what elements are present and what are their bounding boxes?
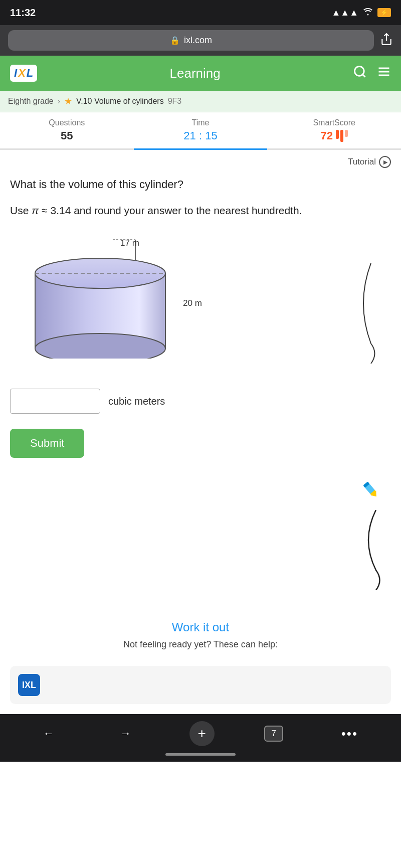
status-icons: ▲▲▲ ⚡	[332, 8, 391, 18]
stats-bar: Questions 55 Time 21 : 15 SmartScore 72	[0, 112, 401, 150]
cylinder-illustration: 17 m	[10, 233, 391, 374]
logo-x: X	[18, 67, 26, 80]
question-content: What is the volume of this cylinder? Use…	[0, 172, 401, 478]
help-card[interactable]: IXL	[10, 666, 391, 704]
more-button[interactable]: •••	[333, 722, 366, 746]
answer-row: cubic meters	[10, 389, 391, 414]
questions-stat: Questions 55	[0, 112, 134, 148]
tutorial-play-icon: ▶	[379, 156, 391, 168]
instruction-text: Use π ≈ 3.14 and round your answer to th…	[10, 203, 391, 219]
breadcrumb-separator: ›	[58, 97, 60, 106]
home-indicator	[165, 753, 236, 756]
answer-input[interactable]	[10, 389, 100, 414]
second-curve	[0, 510, 401, 590]
new-tab-button[interactable]: +	[189, 721, 215, 746]
time-value: 21 : 15	[138, 129, 264, 142]
breadcrumb: Eighth grade › ★ V.10 Volume of cylinder…	[0, 91, 401, 112]
url-text: ixl.com	[184, 35, 212, 46]
signal-icon: ▲▲▲	[332, 8, 358, 18]
breadcrumb-topic[interactable]: V.10 Volume of cylinders	[76, 97, 164, 106]
svg-line-2	[362, 74, 365, 77]
height-label: 20 m	[183, 298, 202, 308]
tab-count-button[interactable]: 7	[264, 726, 283, 742]
menu-button[interactable]	[377, 65, 391, 82]
url-bar[interactable]: 🔒 ixl.com	[8, 30, 374, 51]
wifi-icon	[362, 8, 373, 18]
pencil-float-area	[0, 478, 401, 500]
score-bars-icon	[336, 130, 348, 142]
svg-point-1	[355, 66, 364, 76]
status-bar: 11:32 ▲▲▲ ⚡	[0, 0, 401, 25]
home-indicator-bar	[0, 753, 401, 762]
work-subtitle: Not feeling ready yet? These can help:	[10, 639, 391, 650]
logo-l: L	[27, 67, 33, 80]
answer-unit: cubic meters	[108, 396, 165, 407]
share-button[interactable]	[380, 33, 393, 49]
tutorial-row: Tutorial ▶	[0, 150, 401, 172]
bottom-nav: ← → + 7 •••	[0, 714, 401, 753]
back-button[interactable]: ←	[35, 723, 62, 744]
breadcrumb-code: 9F3	[168, 97, 182, 106]
second-curve-svg	[356, 510, 381, 590]
curve-decoration	[351, 263, 376, 364]
tutorial-label: Tutorial	[348, 157, 376, 167]
forward-button[interactable]: →	[112, 723, 139, 744]
breadcrumb-grade[interactable]: Eighth grade	[8, 97, 54, 106]
pencil-icon[interactable]	[359, 478, 381, 500]
status-time: 11:32	[10, 7, 36, 19]
ixl-header: I X L Learning	[0, 56, 401, 91]
score-stat: SmartScore 72	[267, 112, 401, 148]
header-icons	[353, 65, 391, 82]
score-value: 72	[320, 129, 332, 142]
ixl-logo[interactable]: I X L	[10, 65, 37, 82]
submit-button[interactable]: Submit	[10, 429, 84, 458]
work-title: Work it out	[10, 620, 391, 634]
breadcrumb-star-icon: ★	[64, 96, 72, 107]
time-label: Time	[138, 118, 264, 127]
time-stat: Time 21 : 15	[134, 112, 268, 150]
question-text: What is the volume of this cylinder?	[10, 177, 391, 193]
search-button[interactable]	[353, 65, 367, 82]
browser-bar: 🔒 ixl.com	[0, 25, 401, 56]
logo-i: I	[14, 67, 17, 80]
tutorial-button[interactable]: Tutorial ▶	[348, 156, 391, 168]
battery-icon: ⚡	[377, 8, 391, 17]
ixl-title: Learning	[170, 66, 221, 81]
questions-value: 55	[4, 129, 130, 142]
work-section: Work it out Not feeling ready yet? These…	[0, 605, 401, 658]
lock-icon: 🔒	[170, 36, 180, 45]
questions-label: Questions	[4, 118, 130, 127]
help-card-icon: IXL	[18, 674, 40, 696]
cylinder-svg	[25, 243, 185, 359]
score-label: SmartScore	[271, 118, 397, 127]
